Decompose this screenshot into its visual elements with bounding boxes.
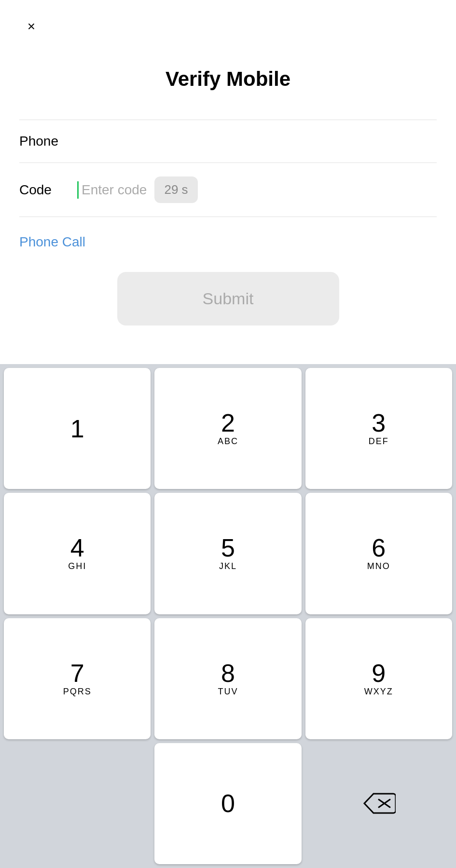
phone-call-label[interactable]: Phone Call: [19, 234, 85, 250]
key-6-main: 6: [372, 535, 386, 560]
key-6[interactable]: 6 MNO: [305, 493, 452, 614]
key-9[interactable]: 9 WXYZ: [305, 618, 452, 739]
code-placeholder: Enter code: [82, 182, 147, 198]
key-1[interactable]: 1: [4, 368, 151, 489]
key-6-sub: MNO: [367, 561, 390, 571]
resend-timer: 29 s: [154, 176, 197, 203]
keyboard: 1 2 ABC 3 DEF 4 GHI 5 JKL 6 MNO: [0, 364, 456, 868]
key-5[interactable]: 5 JKL: [154, 493, 301, 614]
text-cursor: [77, 181, 79, 199]
key-4-main: 4: [70, 535, 84, 560]
key-2[interactable]: 2 ABC: [154, 368, 301, 489]
key-1-main: 1: [70, 416, 84, 441]
top-section: × Verify Mobile Phone Code Enter code 29…: [0, 0, 456, 364]
key-8[interactable]: 8 TUV: [154, 618, 301, 739]
key-2-main: 2: [221, 410, 235, 435]
key-empty: [4, 743, 151, 864]
key-8-sub: TUV: [218, 687, 238, 697]
delete-button[interactable]: [305, 743, 452, 864]
keyboard-row-1: 1 2 ABC 3 DEF: [4, 368, 452, 489]
key-5-sub: JKL: [219, 561, 237, 571]
key-9-sub: WXYZ: [364, 687, 393, 697]
close-icon: ×: [28, 19, 35, 34]
key-7-sub: PQRS: [63, 687, 92, 697]
key-4-sub: GHI: [68, 561, 86, 571]
key-7-main: 7: [70, 661, 84, 686]
screen: × Verify Mobile Phone Code Enter code 29…: [0, 0, 456, 868]
code-label: Code: [19, 182, 77, 198]
key-4[interactable]: 4 GHI: [4, 493, 151, 614]
key-2-sub: ABC: [218, 436, 238, 447]
submit-button[interactable]: Submit: [117, 272, 339, 326]
phone-label: Phone: [19, 134, 77, 149]
keyboard-row-3: 7 PQRS 8 TUV 9 WXYZ: [4, 618, 452, 739]
key-3-sub: DEF: [369, 436, 389, 447]
code-input-wrapper[interactable]: Enter code 29 s: [77, 176, 437, 203]
key-5-main: 5: [221, 535, 235, 560]
page-title: Verify Mobile: [19, 68, 437, 91]
keyboard-row-2: 4 GHI 5 JKL 6 MNO: [4, 493, 452, 614]
key-8-main: 8: [221, 661, 235, 686]
key-7[interactable]: 7 PQRS: [4, 618, 151, 739]
delete-icon: [362, 791, 396, 815]
key-0-main: 0: [221, 791, 235, 816]
phone-call-link[interactable]: Phone Call: [19, 217, 437, 267]
code-field-row[interactable]: Code Enter code 29 s: [19, 163, 437, 217]
key-0[interactable]: 0: [154, 743, 301, 864]
phone-field-row: Phone: [19, 120, 437, 163]
key-9-main: 9: [372, 661, 386, 686]
key-3[interactable]: 3 DEF: [305, 368, 452, 489]
close-button[interactable]: ×: [19, 14, 43, 39]
key-3-main: 3: [372, 410, 386, 435]
keyboard-row-4: 0: [4, 743, 452, 864]
